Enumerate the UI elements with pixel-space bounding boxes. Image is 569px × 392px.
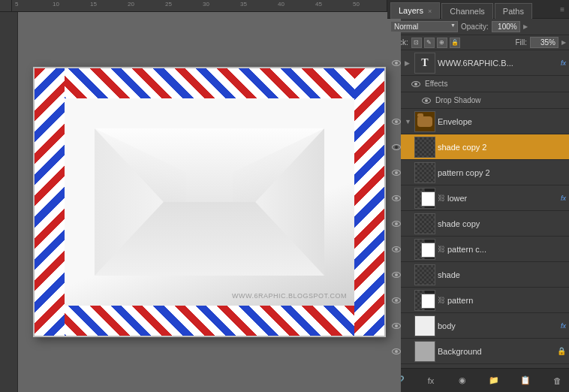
lock-all-btn[interactable]: ⊕ bbox=[437, 38, 447, 48]
lock-btn[interactable]: 🔒 bbox=[450, 38, 460, 48]
lock-row: Lock: ⊡ ✎ ⊕ 🔒 Fill: ▶ bbox=[387, 35, 569, 50]
layer-eye-dropshadow[interactable] bbox=[420, 95, 432, 107]
eye-icon-lower bbox=[392, 195, 401, 201]
layer-name-text: WWW.6RAPHIC.B... bbox=[438, 59, 557, 68]
layer-thumb-shade-copy-2 bbox=[414, 137, 435, 158]
layer-item-shade-copy-2[interactable]: shade copy 2 bbox=[387, 134, 569, 160]
layer-thumb-background bbox=[414, 341, 435, 362]
add-mask-btn[interactable]: ◉ bbox=[455, 373, 470, 388]
layer-name-shade: shade bbox=[438, 270, 566, 279]
layer-name-pattern: pattern bbox=[447, 296, 566, 305]
layer-item-shade[interactable]: shade bbox=[387, 262, 569, 288]
right-panel: Layers × Channels Paths ≡ Normal Dissolv… bbox=[387, 0, 569, 392]
lock-position-btn[interactable]: ✎ bbox=[424, 38, 435, 48]
layer-name-background: Background bbox=[438, 347, 555, 356]
panel-bottom: 🔗 fx ◉ 📁 📋 🗑 bbox=[387, 368, 569, 392]
layer-item-envelope[interactable]: ▼ Envelope bbox=[387, 109, 569, 134]
ruler-corner bbox=[0, 0, 12, 12]
stripe-pattern-left bbox=[35, 68, 65, 336]
layer-name-shade-copy-2: shade copy 2 bbox=[438, 143, 566, 152]
layer-item-pattern[interactable]: ⛓ pattern bbox=[387, 288, 569, 313]
dropshadow-label: Drop Shadow bbox=[435, 96, 481, 104]
layer-eye-effects[interactable] bbox=[410, 78, 422, 90]
layer-item-shade-copy[interactable]: shade copy bbox=[387, 211, 569, 237]
layer-fx-body: fx bbox=[561, 322, 566, 330]
layer-name-body: body bbox=[438, 321, 557, 330]
tab-layers[interactable]: Layers × bbox=[390, 2, 440, 19]
layer-thumb-pattern-c bbox=[414, 239, 435, 260]
layer-expand-envelope[interactable]: ▼ bbox=[405, 118, 412, 125]
layer-thumb-body bbox=[414, 315, 435, 336]
blend-row: Normal Dissolve Multiply Screen Overlay … bbox=[387, 19, 569, 35]
opacity-input[interactable] bbox=[492, 21, 520, 32]
ruler-ticks: 5 10 15 20 25 30 35 40 45 50 bbox=[12, 0, 387, 12]
lock-pixels-btn[interactable]: ⊡ bbox=[411, 38, 422, 48]
layer-thumb-shade bbox=[414, 264, 435, 285]
delete-layer-btn[interactable]: 🗑 bbox=[549, 373, 564, 388]
canvas-area: 5 10 15 20 25 30 35 40 45 50 bbox=[0, 0, 387, 392]
tab-close-layers[interactable]: × bbox=[428, 8, 432, 15]
flap-container bbox=[95, 128, 324, 276]
side-tool-panel bbox=[0, 12, 18, 392]
fill-label: Fill: bbox=[515, 38, 527, 47]
fill-arrow-icon[interactable]: ▶ bbox=[561, 39, 566, 46]
lock-icons: ⊡ ✎ ⊕ 🔒 bbox=[411, 38, 460, 48]
canvas-main-row: WWW.6RAPHIC.BLOGSPOT.COM bbox=[0, 12, 387, 392]
eye-icon-background bbox=[392, 348, 401, 354]
layer-item-lower[interactable]: ⛓ lower fx bbox=[387, 185, 569, 211]
layer-link-lower: ⛓ bbox=[438, 194, 445, 202]
eye-icon-shade bbox=[392, 272, 401, 278]
stripe-pattern-right bbox=[354, 68, 384, 336]
eye-icon-pattern-c bbox=[392, 246, 401, 252]
eye-icon-shade-copy bbox=[392, 221, 401, 227]
layer-item-pattern-copy-2[interactable]: pattern copy 2 bbox=[387, 160, 569, 185]
folder-icon bbox=[417, 116, 432, 127]
fx-btn[interactable]: fx bbox=[423, 373, 438, 388]
layer-fx-lower: fx bbox=[561, 194, 566, 202]
layer-item-text[interactable]: ▶ T WWW.6RAPHIC.B... fx bbox=[387, 50, 569, 76]
envelope-inner bbox=[65, 98, 354, 306]
stripe-top bbox=[35, 68, 384, 98]
tab-paths[interactable]: Paths bbox=[495, 3, 532, 19]
layer-name-lower: lower bbox=[447, 194, 557, 203]
layer-item-background[interactable]: Background 🔒 bbox=[387, 339, 569, 364]
layer-item-pattern-c[interactable]: ⛓ pattern c... bbox=[387, 237, 569, 262]
layer-thumb-text: T bbox=[414, 53, 435, 74]
opacity-label: Opacity: bbox=[461, 23, 489, 31]
layer-name-pattern-copy-2: pattern copy 2 bbox=[438, 168, 566, 177]
ruler-top: 5 10 15 20 25 30 35 40 45 50 bbox=[0, 0, 387, 12]
layer-sub-dropshadow: Drop Shadow bbox=[387, 92, 569, 109]
layers-list[interactable]: ▶ T WWW.6RAPHIC.B... fx Effects Drop Sha… bbox=[387, 50, 569, 368]
eye-icon-pattern-copy-2 bbox=[392, 170, 401, 176]
panel-actions: ≡ bbox=[558, 4, 566, 17]
blend-mode-select[interactable]: Normal Dissolve Multiply Screen Overlay bbox=[390, 21, 458, 32]
layer-fx-text: fx bbox=[561, 59, 566, 67]
canvas-viewport[interactable]: WWW.6RAPHIC.BLOGSPOT.COM bbox=[18, 12, 401, 392]
tab-channels[interactable]: Channels bbox=[441, 3, 492, 19]
layer-thumb-pattern-copy-2 bbox=[414, 162, 435, 183]
stripe-bottom bbox=[35, 306, 384, 336]
layer-expand-text[interactable]: ▶ bbox=[405, 59, 412, 67]
envelope-url: WWW.6RAPHIC.BLOGSPOT.COM bbox=[232, 292, 347, 300]
layer-thumb-lower bbox=[414, 188, 435, 209]
stripe-pattern-top bbox=[35, 68, 384, 98]
stripe-right bbox=[354, 68, 384, 336]
fill-input[interactable] bbox=[530, 37, 558, 48]
blend-mode-wrap: Normal Dissolve Multiply Screen Overlay bbox=[390, 21, 458, 32]
layer-thumb-shade-copy bbox=[414, 213, 435, 234]
layer-name-envelope: Envelope bbox=[438, 117, 566, 126]
layer-name-shade-copy: shade copy bbox=[438, 219, 566, 228]
layer-thumb-envelope bbox=[414, 111, 435, 132]
effects-label: Effects bbox=[425, 80, 447, 88]
opacity-arrow-icon[interactable]: ▶ bbox=[523, 23, 528, 30]
panel-tabs: Layers × Channels Paths ≡ bbox=[387, 0, 569, 19]
layer-thumb-pattern bbox=[414, 290, 435, 311]
new-layer-btn[interactable]: 📋 bbox=[518, 373, 533, 388]
layer-item-body[interactable]: body fx bbox=[387, 313, 569, 339]
stripe-pattern-bottom bbox=[35, 306, 384, 336]
eye-icon-body bbox=[392, 323, 401, 329]
stripe-left bbox=[35, 68, 65, 336]
new-group-btn[interactable]: 📁 bbox=[486, 373, 501, 388]
layer-name-pattern-c: pattern c... bbox=[447, 245, 566, 254]
panel-menu-button[interactable]: ≡ bbox=[558, 4, 566, 15]
